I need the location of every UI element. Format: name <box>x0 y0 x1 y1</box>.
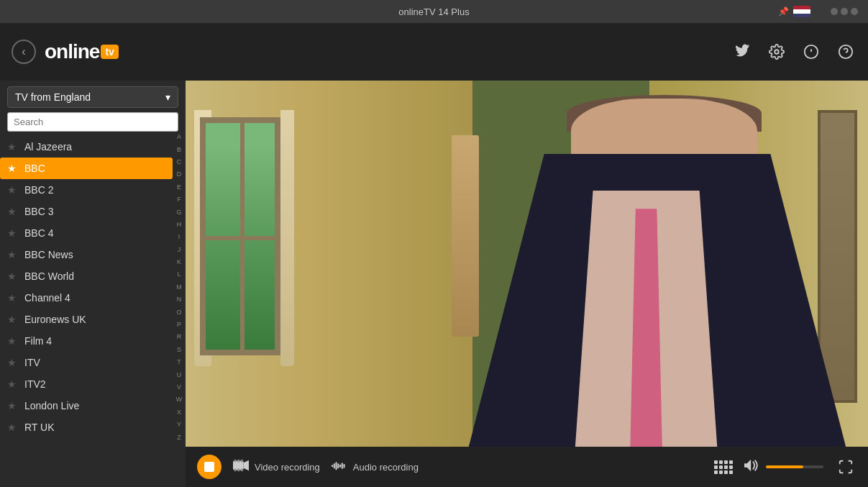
logo: online tv <box>45 40 119 63</box>
alpha-letter[interactable]: L <box>177 271 181 278</box>
channel-star: ★ <box>7 163 19 174</box>
channel-item[interactable]: ★ BBC News <box>0 244 173 265</box>
header-right <box>731 41 856 63</box>
alpha-letter[interactable]: D <box>177 171 182 178</box>
channel-item[interactable]: ★ ITV2 <box>0 373 173 395</box>
alpha-letter[interactable]: K <box>177 259 181 265</box>
channel-item[interactable]: ★ Film 4 <box>0 330 173 352</box>
svg-rect-15 <box>334 463 335 468</box>
alpha-letter[interactable]: G <box>176 209 181 216</box>
alpha-letter[interactable]: F <box>177 196 181 203</box>
volume-fill <box>766 465 803 468</box>
alpha-letter[interactable]: Z <box>177 434 181 441</box>
back-button[interactable]: ‹ <box>12 40 36 64</box>
alpha-letter[interactable]: E <box>177 184 181 191</box>
help-button[interactable] <box>835 41 856 63</box>
fullscreen-button[interactable] <box>835 456 856 478</box>
channel-star: ★ <box>7 206 19 217</box>
alpha-letter[interactable]: M <box>176 284 182 291</box>
chevron-down-icon: ▾ <box>165 91 170 103</box>
titlebar: onlineTV 14 Plus 📌 <box>0 0 868 23</box>
alpha-letter[interactable]: U <box>177 372 182 378</box>
settings-button[interactable] <box>766 41 787 63</box>
channel-name: Euronews UK <box>24 314 86 325</box>
alpha-letter[interactable]: T <box>177 359 181 365</box>
svg-rect-20 <box>343 463 344 468</box>
alpha-letter[interactable]: Y <box>177 422 181 428</box>
grid-cell <box>724 460 728 464</box>
channel-item[interactable]: ★ Al Jazeera <box>0 136 173 158</box>
channel-item[interactable]: ★ BBC <box>0 158 173 179</box>
alpha-letter[interactable]: V <box>177 384 181 391</box>
channel-name: BBC 3 <box>24 206 53 217</box>
country-dropdown[interactable]: TV from England ▾ <box>7 86 178 108</box>
channel-list: ★ Al Jazeera ★ BBC ★ BBC 2 ★ BBC 3 ★ BBC… <box>0 136 186 487</box>
channel-item[interactable]: ★ Channel 4 <box>0 287 173 309</box>
twitter-button[interactable] <box>731 41 753 63</box>
header-left: ‹ online tv <box>12 40 119 64</box>
channel-name: BBC <box>24 163 45 174</box>
alpha-letter[interactable]: N <box>177 296 182 303</box>
volume-bar[interactable] <box>766 465 823 468</box>
alpha-letter[interactable]: A <box>177 134 181 140</box>
alpha-letter[interactable]: W <box>176 396 183 403</box>
svg-rect-9 <box>237 459 239 462</box>
svg-rect-14 <box>332 465 333 467</box>
alpha-letter[interactable]: J <box>178 247 181 253</box>
svg-marker-7 <box>244 460 249 470</box>
svg-point-0 <box>775 50 779 54</box>
alpha-letter[interactable]: R <box>177 334 182 340</box>
grid-button[interactable] <box>714 460 733 474</box>
alpha-letter[interactable]: X <box>177 409 181 416</box>
window-controls <box>831 8 858 15</box>
channel-item[interactable]: ★ London Live <box>0 395 173 417</box>
channel-name: BBC News <box>24 249 73 260</box>
channel-item[interactable]: ★ BBC 4 <box>0 222 173 244</box>
search-input[interactable] <box>7 112 178 132</box>
video-area: Video recording Audio recording <box>186 81 868 487</box>
channel-item[interactable]: ★ ITV <box>0 352 173 373</box>
channel-name: ITV2 <box>24 378 46 390</box>
logo-text-online: online <box>45 40 99 63</box>
info-button[interactable] <box>800 41 822 63</box>
channel-item[interactable]: ★ BBC 2 <box>0 179 173 201</box>
svg-rect-13 <box>241 468 243 471</box>
alpha-letter[interactable]: I <box>178 234 181 240</box>
alpha-letter[interactable]: O <box>176 309 181 316</box>
grid-cell <box>729 465 733 469</box>
country-dropdown-label: TV from England <box>15 91 91 103</box>
window-cross-v <box>240 123 245 350</box>
channel-star: ★ <box>7 378 19 390</box>
stop-button[interactable] <box>197 455 221 479</box>
channel-star: ★ <box>7 249 19 260</box>
titlebar-title: onlineTV 14 Plus <box>398 6 469 17</box>
alpha-letter[interactable]: H <box>177 222 182 228</box>
grid-cell <box>724 470 728 474</box>
grid-cell <box>729 470 733 474</box>
channel-star: ★ <box>7 184 19 196</box>
alpha-letter[interactable]: S <box>177 347 181 353</box>
alpha-letter[interactable]: P <box>177 322 181 328</box>
channel-item[interactable]: ★ Euronews UK <box>0 309 173 330</box>
channel-star: ★ <box>7 357 19 368</box>
stop-icon <box>204 462 214 472</box>
alpha-index[interactable]: ABCDEFGHIJKLMNOPRSTUVWXYZ <box>173 131 186 444</box>
volume-icon[interactable] <box>744 459 760 475</box>
channel-item[interactable]: ★ BBC World <box>0 265 173 287</box>
svg-rect-11 <box>234 468 237 471</box>
dot2 <box>841 8 848 15</box>
alpha-letter[interactable]: B <box>177 147 181 153</box>
channel-star: ★ <box>7 335 19 347</box>
channel-star: ★ <box>7 292 19 304</box>
grid-cell <box>724 465 728 469</box>
person-body <box>424 81 868 447</box>
channel-name: Channel 4 <box>24 292 70 304</box>
channel-item[interactable]: ★ BBC 3 <box>0 201 173 222</box>
channel-star: ★ <box>7 422 19 433</box>
person-container <box>424 81 868 447</box>
channel-star: ★ <box>7 227 19 239</box>
film-icon <box>233 459 249 475</box>
channel-item[interactable]: ★ RT UK <box>0 417 173 438</box>
volume-control <box>744 459 823 475</box>
alpha-letter[interactable]: C <box>177 159 182 165</box>
